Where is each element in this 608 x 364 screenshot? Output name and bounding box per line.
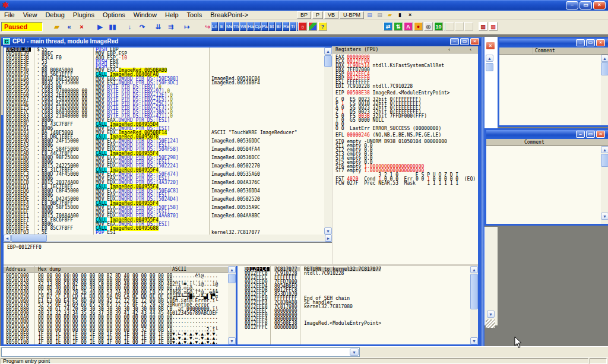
scrollbar-thumb[interactable] xyxy=(470,274,478,309)
minimize-button[interactable]: – xyxy=(450,38,459,45)
close-button[interactable]: × xyxy=(593,1,606,10)
minimize-button[interactable]: – xyxy=(566,1,578,10)
disasm-row[interactable]: 00508E3B.83C4 F0ADD ESP,-10 xyxy=(4,56,324,60)
close-program-icon[interactable]: × xyxy=(76,21,87,32)
scroll-right-button[interactable]: ► xyxy=(325,235,332,242)
window-button-tr[interactable]: Tr xyxy=(290,22,296,31)
menu-window[interactable]: Window xyxy=(129,11,161,18)
animate-over-icon[interactable]: ⇉ xyxy=(165,21,176,32)
open-file-icon[interactable]: ▰ xyxy=(51,21,62,32)
scroll-down-button[interactable]: ▼ xyxy=(228,337,236,344)
console-icon[interactable]: ▮ xyxy=(395,11,404,19)
disassembly-scrollbar[interactable]: ▲ ▼ xyxy=(324,48,332,235)
dump-pane[interactable]: Address Hex dump ASCII 0050C00000 00 00 … xyxy=(4,266,228,344)
register-line[interactable]: EIP 00508E38 ImageRed.<ModuleEntryPoint> xyxy=(335,91,477,95)
menu-help[interactable]: Help xyxy=(161,11,183,18)
menu-file[interactable]: File xyxy=(0,11,19,18)
stack-row[interactable]: 0012FFC47C817077RETURN to kernel32.7C817… xyxy=(238,267,470,271)
stack-window-icon[interactable]: ▤ xyxy=(375,11,384,19)
window-button-ln[interactable]: Ln xyxy=(211,22,218,31)
run-icon[interactable]: ▶ xyxy=(94,21,106,32)
scroll-down-button[interactable]: ▼ xyxy=(470,337,478,344)
appearance-icon[interactable] xyxy=(308,22,317,31)
minimize-button[interactable]: – xyxy=(576,39,585,46)
dump-row[interactable]: 0050C1001F 00 1E 00 1F 00 1E 00 1F 00 1E… xyxy=(4,340,228,344)
register-line[interactable]: EDI 7C910228 ntdll.7C910228 xyxy=(335,84,477,88)
scrollbar[interactable]: ▲ ▼ xyxy=(601,146,608,224)
dump-scrollbar[interactable]: ▲ ▼ xyxy=(228,266,236,344)
highlight-icon[interactable]: A xyxy=(404,22,413,31)
scrollbar-thumb[interactable] xyxy=(228,274,236,283)
stack-row[interactable]: 0012FFD07FFD7000 xyxy=(238,280,470,284)
stack-pane[interactable]: 0012FFC47C817077RETURN to kernel32.7C817… xyxy=(238,266,470,344)
breakpoint-panel-icon[interactable]: ▥ xyxy=(489,22,498,31)
scroll-down-button[interactable]: ▼ xyxy=(601,213,608,220)
dump-column-header[interactable]: Address Hex dump ASCII xyxy=(4,266,228,273)
column-header[interactable]: Comment xyxy=(499,48,608,55)
window-button-me[interactable]: Me xyxy=(226,22,232,31)
animate-into-icon[interactable]: ⇊ xyxy=(153,21,164,32)
scroll-left-button[interactable]: ◄ xyxy=(4,235,11,242)
registers-pane[interactable]: Registers (FPU) ‹ ‹ EAX 00000000ECX 0012… xyxy=(332,46,478,264)
close-icon[interactable]: × xyxy=(470,38,479,45)
scroll-down-button[interactable]: ▼ xyxy=(324,227,332,235)
comment-window-2-titlebar[interactable]: – ▭ × xyxy=(486,130,608,139)
stack-row[interactable]: 0012FFFC00000000 xyxy=(238,325,470,330)
maximize-button[interactable]: ▭ xyxy=(460,38,469,45)
pause-icon[interactable]: ▮▮ xyxy=(107,21,118,32)
menu-view[interactable]: View xyxy=(19,11,42,18)
window-button-pa[interactable]: Pa xyxy=(261,22,268,31)
register-line[interactable]: FCW 027F Prec NEAR,53 Mask 1 1 1 1 1 1 xyxy=(335,181,477,185)
cpu-titlebar[interactable]: C CPU - main thread, module ImageRed – ▭… xyxy=(1,37,481,46)
window-button-ha[interactable]: Ha xyxy=(247,22,254,31)
menu-options[interactable]: Options xyxy=(99,11,129,18)
trace-icon[interactable]: ◎ xyxy=(424,22,433,31)
step-into-icon[interactable]: ↓ xyxy=(124,21,135,32)
stack-row[interactable]: 0012FFEC00000000 xyxy=(238,309,470,313)
window-button-cp[interactable]: Cp xyxy=(254,22,261,31)
scrollbar-thumb[interactable] xyxy=(324,55,332,67)
stack-row[interactable]: 0012FFF000000000 xyxy=(238,313,470,317)
stack-row[interactable]: 0012FFD80012FFC8 xyxy=(238,288,470,292)
scroll-up-button[interactable]: ▲ xyxy=(601,55,608,62)
stack-scrollbar[interactable]: ▲ ▼ xyxy=(470,266,478,344)
comment-window-2-body[interactable] xyxy=(486,146,601,224)
stack-row[interactable]: 0012FFE87C817080kernel32.7C817080 xyxy=(238,305,470,309)
scrollbar-thumb[interactable] xyxy=(486,63,493,71)
stack-row[interactable]: 0012FFE0FFFFFFFFEnd of SEH chain xyxy=(238,296,470,300)
toolbar-close-icon[interactable]: × xyxy=(406,11,414,19)
log-panel-icon[interactable]: ▥ xyxy=(479,22,487,31)
disasm-row[interactable]: 00508F03.5EPOP ESIkernel32.7C817077 xyxy=(4,230,324,235)
toolbar-button-p[interactable]: P xyxy=(312,11,323,19)
minimize-button[interactable]: – xyxy=(576,131,585,138)
patch-icon[interactable]: 10 xyxy=(434,22,443,31)
disasm-row[interactable]: 00508E3E.53PUSH EBX xyxy=(4,60,324,64)
scroll-up-button[interactable]: ▲ xyxy=(470,266,478,273)
maximize-button[interactable]: ▭ xyxy=(586,39,595,46)
restart-icon[interactable]: « xyxy=(64,21,75,32)
scroll-up-button[interactable]: ▲ xyxy=(601,146,608,153)
scrollbar-thumb[interactable] xyxy=(601,154,608,167)
register-line[interactable]: O 0 LastErr ERROR_SUCCESS (00000000) xyxy=(335,126,477,131)
column-header[interactable]: Comment xyxy=(486,139,608,146)
registers-prev-icon[interactable]: ‹ xyxy=(448,48,451,52)
window-button-br[interactable]: Br xyxy=(276,22,282,31)
comment-window-1-body[interactable] xyxy=(499,55,601,125)
menu-tools[interactable]: Tools xyxy=(183,11,207,18)
stack-row[interactable]: 0012FFC87C910228ntdll.7C910228 xyxy=(238,271,470,276)
menu-debug[interactable]: Debug xyxy=(41,11,68,18)
updown-icon[interactable]: ⇅ xyxy=(394,22,403,31)
sync-icon[interactable]: ⇄ xyxy=(384,22,392,31)
toolbar-button-bp[interactable]: BP xyxy=(297,11,311,19)
close-icon[interactable]: × xyxy=(596,131,605,138)
maximize-button[interactable]: ▭ xyxy=(580,1,592,10)
stack-row[interactable]: 0012FFDC853D1020 xyxy=(238,292,470,296)
stack-row[interactable]: 0012FFCCFFFFFFFF xyxy=(238,276,470,280)
scroll-up-button[interactable]: ▲ xyxy=(228,266,236,273)
scrollbar-thumb[interactable] xyxy=(11,235,47,242)
info-pane[interactable]: EBP=0012FFF0 xyxy=(4,242,332,264)
step-over-icon[interactable]: ↷ xyxy=(137,21,148,32)
scroll-up-button[interactable]: ▲ xyxy=(324,48,332,55)
scroll-up-button[interactable]: ▲ xyxy=(486,55,493,62)
registers-next-icon[interactable]: ‹ xyxy=(469,48,472,52)
